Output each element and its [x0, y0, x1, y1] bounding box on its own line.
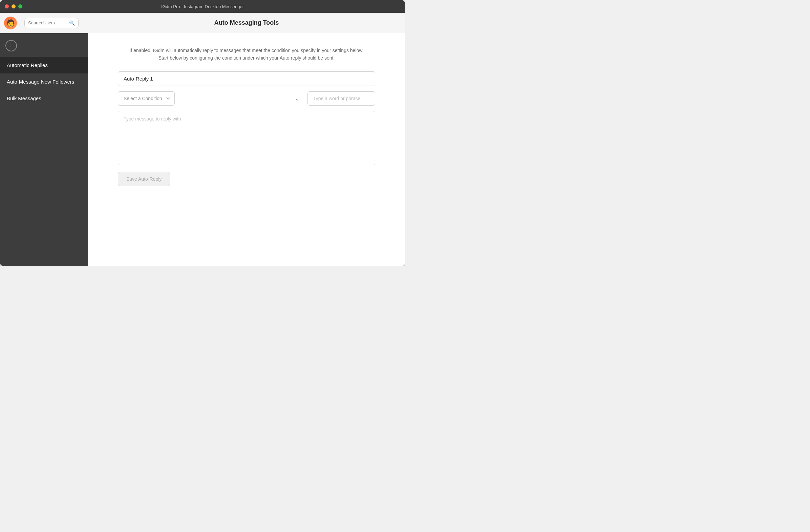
- sidebar-item-label: Bulk Messages: [7, 96, 41, 101]
- back-icon: ←: [9, 43, 14, 49]
- save-auto-reply-button[interactable]: Save Auto-Reply: [118, 172, 170, 186]
- condition-row: Select a Condition: [118, 92, 375, 105]
- sidebar-item-label: Automatic Replies: [7, 62, 48, 68]
- title-bar: IGdm Pro - Instagram Desktop Messenger: [0, 0, 405, 13]
- condition-select-wrapper: Select a Condition: [118, 92, 304, 105]
- condition-select[interactable]: Select a Condition: [118, 92, 175, 105]
- avatar: 🧑: [4, 17, 17, 30]
- sidebar-item-automatic-replies[interactable]: Automatic Replies: [0, 57, 88, 73]
- right-panel: Auto Messaging Tools If enabled, IGdm wi…: [88, 13, 405, 266]
- window-title: IGdm Pro - Instagram Desktop Messenger: [161, 4, 244, 9]
- maximize-button[interactable]: [18, 4, 22, 9]
- left-top-bar: 🧑 🔍: [0, 13, 88, 33]
- sidebar-item-auto-message-followers[interactable]: Auto-Message New Followers: [0, 73, 88, 90]
- sidebar: ← Automatic Replies Auto-Message New Fol…: [0, 33, 88, 266]
- avatar-emoji: 🧑: [6, 19, 15, 27]
- search-icon: 🔍: [69, 20, 75, 26]
- phrase-input[interactable]: [307, 92, 375, 105]
- close-button[interactable]: [5, 4, 9, 9]
- back-button[interactable]: ←: [5, 40, 17, 51]
- description-text: If enabled, IGdm will automatically repl…: [128, 47, 365, 62]
- right-top-bar: Auto Messaging Tools: [88, 13, 405, 33]
- auto-reply-name-input[interactable]: [118, 71, 375, 86]
- left-panel: 🧑 🔍 ← Automatic Replies Auto-Message New…: [0, 13, 88, 266]
- sidebar-item-label: Auto-Message New Followers: [7, 79, 74, 85]
- traffic-lights: [5, 4, 22, 9]
- sidebar-item-bulk-messages[interactable]: Bulk Messages: [0, 90, 88, 106]
- minimize-button[interactable]: [12, 4, 16, 9]
- save-button-wrapper: Save Auto-Reply: [118, 172, 375, 186]
- page-title: Auto Messaging Tools: [214, 19, 279, 27]
- message-textarea[interactable]: [118, 111, 375, 165]
- content-area: If enabled, IGdm will automatically repl…: [88, 33, 405, 266]
- app-window: IGdm Pro - Instagram Desktop Messenger 🧑…: [0, 0, 405, 266]
- search-input[interactable]: [28, 20, 67, 26]
- search-box[interactable]: 🔍: [25, 18, 79, 28]
- app-body: 🧑 🔍 ← Automatic Replies Auto-Message New…: [0, 13, 405, 266]
